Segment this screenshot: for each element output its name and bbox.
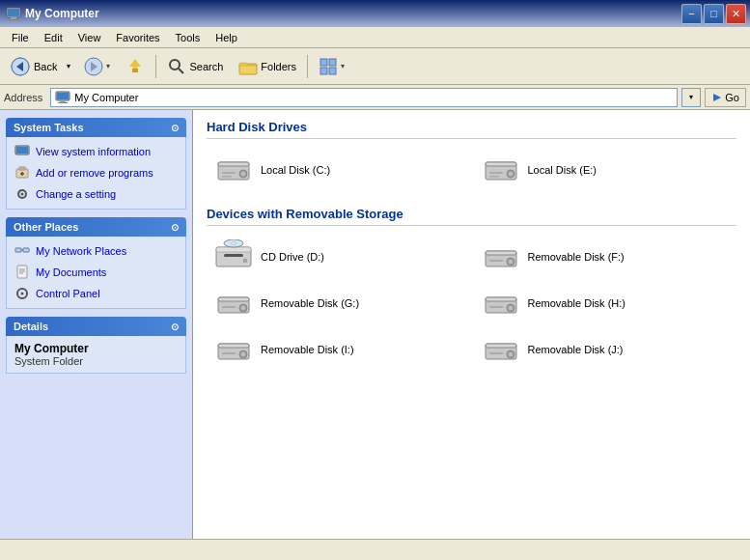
- back-dropdown[interactable]: ▾: [62, 52, 75, 81]
- removable-icon-h: [482, 288, 520, 319]
- svg-rect-21: [60, 100, 66, 102]
- drive-item-d[interactable]: CD Drive (D:): [207, 236, 470, 278]
- other-places-header: Other Places ⊙: [6, 217, 186, 237]
- sidebar-item-control-panel[interactable]: Control Panel: [14, 283, 178, 304]
- drive-item-h[interactable]: Removable Disk (H:): [474, 282, 737, 324]
- system-tasks-header: System Tasks ⊙: [6, 118, 186, 137]
- close-button[interactable]: ✕: [726, 4, 746, 24]
- svg-point-67: [241, 306, 245, 310]
- forward-icon: [84, 57, 103, 76]
- svg-rect-22: [58, 102, 68, 103]
- menu-file[interactable]: File: [4, 30, 37, 45]
- svg-rect-68: [222, 306, 236, 308]
- up-button[interactable]: [119, 52, 152, 81]
- hard-disks-grid: Local Disk (C:) Local Disk (E:): [207, 149, 736, 191]
- menu-edit[interactable]: Edit: [37, 30, 70, 45]
- svg-marker-10: [129, 59, 141, 67]
- sidebar-item-documents[interactable]: My Documents: [14, 262, 178, 283]
- svg-rect-18: [329, 68, 336, 74]
- svg-point-31: [21, 193, 24, 196]
- drive-item-j[interactable]: Removable Disk (J:): [474, 328, 737, 371]
- window-title: My Computer: [25, 7, 99, 20]
- removable-icon-j: [482, 334, 520, 365]
- address-pc-icon: [55, 90, 70, 105]
- hard-disk-title: Hard Disk Drives: [207, 120, 736, 139]
- folders-label: Folders: [261, 61, 296, 72]
- network-icon: [14, 243, 30, 259]
- drive-label-i: Removable Disk (I:): [261, 344, 354, 355]
- other-places-collapse[interactable]: ⊙: [171, 222, 179, 233]
- go-label: Go: [725, 92, 739, 103]
- menu-tools[interactable]: Tools: [168, 30, 208, 45]
- drive-label-j: Removable Disk (J:): [528, 344, 624, 355]
- details-name: My Computer: [14, 342, 178, 355]
- other-places-title: Other Places: [14, 221, 78, 233]
- window-icon: [6, 6, 21, 21]
- svg-rect-27: [19, 167, 25, 170]
- views-arrow: ▾: [341, 62, 345, 70]
- svg-point-40: [21, 293, 24, 295]
- address-dropdown[interactable]: ▾: [681, 88, 701, 107]
- title-bar-left: My Computer: [6, 6, 99, 21]
- drive-label-c: Local Disk (C:): [261, 164, 330, 176]
- address-field[interactable]: My Computer: [50, 88, 678, 107]
- svg-rect-48: [486, 162, 516, 166]
- removable-title: Devices with Removable Storage: [207, 207, 736, 226]
- add-remove-icon: [14, 165, 30, 181]
- address-bar: Address My Computer ▾ Go: [0, 85, 750, 110]
- drive-item-f[interactable]: Removable Disk (F:): [474, 236, 737, 278]
- menu-help[interactable]: Help: [208, 30, 245, 45]
- removable-icon-g: [214, 288, 253, 319]
- svg-rect-20: [57, 93, 69, 99]
- svg-point-77: [241, 352, 245, 356]
- forward-button[interactable]: ▾: [77, 52, 117, 81]
- system-tasks-collapse[interactable]: ⊙: [171, 123, 179, 133]
- svg-point-58: [243, 259, 247, 263]
- svg-rect-51: [489, 172, 503, 174]
- back-button[interactable]: Back: [4, 52, 62, 81]
- svg-rect-55: [224, 254, 243, 257]
- maximize-button[interactable]: □: [704, 4, 724, 24]
- sidebar-item-network[interactable]: My Network Places: [14, 240, 178, 262]
- svg-point-12: [170, 60, 180, 70]
- svg-rect-17: [320, 68, 327, 74]
- folders-button[interactable]: Folders: [232, 52, 303, 81]
- drive-item-g[interactable]: Removable Disk (G:): [207, 282, 470, 324]
- drive-item-e[interactable]: Local Disk (E:): [474, 149, 737, 191]
- toolbar-separator-2: [307, 55, 308, 78]
- menu-favorites[interactable]: Favorites: [108, 30, 167, 45]
- menu-view[interactable]: View: [70, 30, 109, 45]
- drive-item-i[interactable]: Removable Disk (I:): [207, 328, 470, 371]
- content-area: Hard Disk Drives Local Disk (C:): [193, 110, 750, 539]
- view-system-icon: [14, 144, 30, 159]
- status-bar: [0, 539, 750, 560]
- minimize-button[interactable]: −: [681, 4, 702, 24]
- svg-rect-52: [489, 176, 499, 178]
- sidebar-item-add-remove[interactable]: Add or remove programs: [14, 162, 178, 183]
- search-button[interactable]: Search: [160, 52, 230, 81]
- sidebar-item-change-setting[interactable]: Change a setting: [14, 183, 178, 205]
- sidebar-item-view-system[interactable]: View system information: [14, 141, 178, 162]
- drive-label-g: Removable Disk (G:): [261, 297, 359, 309]
- drive-item-c[interactable]: Local Disk (C:): [207, 149, 470, 191]
- view-system-label: View system information: [36, 146, 151, 157]
- views-button[interactable]: ▾: [312, 52, 351, 81]
- drive-label-h: Removable Disk (H:): [528, 297, 625, 309]
- svg-rect-65: [218, 297, 249, 301]
- documents-icon: [14, 265, 30, 280]
- go-button[interactable]: Go: [705, 88, 746, 107]
- main-layout: System Tasks ⊙ View system information: [0, 110, 750, 539]
- toolbar-separator-1: [155, 55, 156, 78]
- svg-point-82: [509, 352, 513, 356]
- drive-label-d: CD Drive (D:): [261, 251, 324, 263]
- svg-rect-15: [320, 59, 327, 66]
- sidebar: System Tasks ⊙ View system information: [0, 110, 193, 539]
- views-icon: [319, 57, 338, 76]
- svg-rect-83: [489, 352, 503, 354]
- details-collapse[interactable]: ⊙: [171, 322, 179, 332]
- folder-icon: [238, 57, 258, 76]
- go-arrow-icon: [711, 92, 723, 103]
- svg-rect-63: [489, 260, 503, 262]
- details-content: My Computer System Folder: [6, 336, 186, 374]
- drive-label-f: Removable Disk (F:): [528, 251, 625, 263]
